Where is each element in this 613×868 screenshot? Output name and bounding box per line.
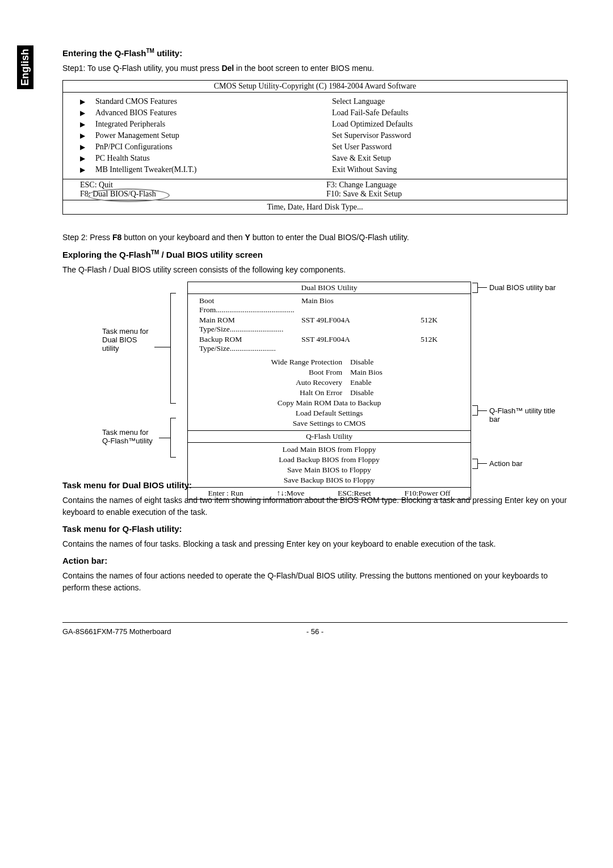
left-bracket-1 [170, 293, 176, 404]
label-dual-bios-menu: Task menu forDual BIOSutility [102, 327, 149, 353]
bios-item: Set User Password [332, 141, 556, 153]
label-dual-bios-bar: Dual BIOS utility bar [489, 283, 556, 292]
section2-heading: Exploring the Q-FlashTM / Dual BIOS util… [62, 249, 568, 259]
label-qflash-menu: Task menu forQ-Flash™utility [102, 428, 153, 445]
bios-item: ▶MB Intelligent Tweaker(M.I.T.) [80, 164, 304, 175]
arrow-icon: ▶ [80, 166, 85, 174]
bios-title: CMOS Setup Utility-Copyright (C) 1984-20… [63, 81, 567, 93]
section2-desc: The Q-Flash / Dual BIOS utility screen c… [62, 264, 568, 276]
footer-product: GA-8S661FXM-775 Motherboard [62, 627, 298, 636]
section1-heading: Entering the Q-FlashTM utility: [62, 48, 568, 58]
left-bracket-2 [170, 418, 176, 458]
bios-item: Save & Exit Setup [332, 153, 556, 164]
callout-line [478, 463, 487, 464]
dual-bios-title: Dual BIOS Utility [188, 282, 471, 294]
bios-item: Load Fail-Safe Defaults [332, 107, 556, 119]
bios-item: ▶Advanced BIOS Features [80, 107, 304, 119]
right-bracket-1 [472, 283, 478, 293]
bios-item: Select Language [332, 96, 556, 107]
arrow-icon: ▶ [80, 132, 85, 140]
bios-item: ▶PnP/PCI Configurations [80, 141, 304, 153]
arrow-icon: ▶ [80, 154, 85, 163]
right-bracket-3 [472, 459, 478, 469]
bios-item: ▶Power Management Setup [80, 130, 304, 141]
section3-p2: Contains the names of four tasks. Blocki… [62, 538, 568, 550]
footer-page-number: - 56 - [298, 627, 332, 636]
qflash-title: Q-Flash Utility [188, 430, 471, 442]
section3-h2: Task menu for Q-Flash utility: [62, 524, 568, 534]
bios-item: ▶Integrated Peripherals [80, 119, 304, 130]
right-bracket-2 [472, 405, 478, 416]
section3-p3: Contains the names of four actions neede… [62, 570, 568, 594]
step1-text: Step1: To use Q-Flash utility, you must … [62, 62, 568, 74]
bios-item: Load Optimized Defaults [332, 119, 556, 130]
label-qflash-bar: Q-Flash™ utility titlebar [489, 406, 555, 423]
arrow-icon: ▶ [80, 120, 85, 129]
bios-footer-keys: ESC: Quit F8: Dual BIOS/Q-Flash F3: Chan… [63, 179, 567, 200]
language-tab: English [17, 45, 33, 89]
section3-h3: Action bar: [62, 556, 568, 565]
bios-menu-screenshot: CMOS Setup Utility-Copyright (C) 1984-20… [62, 80, 568, 215]
utility-diagram: Dual BIOS Utility Boot From.............… [62, 282, 568, 469]
bios-item: Set Supervisor Password [332, 130, 556, 141]
bios-item: Exit Without Saving [332, 164, 556, 175]
bios-item: ▶PC Health Status [80, 153, 304, 164]
callout-line [159, 438, 170, 438]
bios-item: ▶Standard CMOS Features [80, 96, 304, 107]
arrow-icon: ▶ [80, 98, 85, 106]
step2-text: Step 2: Press F8 button on your keyboard… [62, 232, 568, 244]
arrow-icon: ▶ [80, 109, 85, 118]
callout-line [478, 287, 487, 288]
callout-line [154, 347, 170, 347]
callout-line [478, 410, 487, 411]
action-bar: Enter : Run ↑↓:Move ESC:Reset F10:Power … [188, 487, 471, 499]
arrow-icon: ▶ [80, 143, 85, 152]
label-action-bar: Action bar [489, 459, 523, 468]
bios-footer-hint: Time, Date, Hard Disk Type... [63, 200, 567, 214]
page-footer: GA-8S661FXM-775 Motherboard - 56 - [62, 622, 568, 636]
